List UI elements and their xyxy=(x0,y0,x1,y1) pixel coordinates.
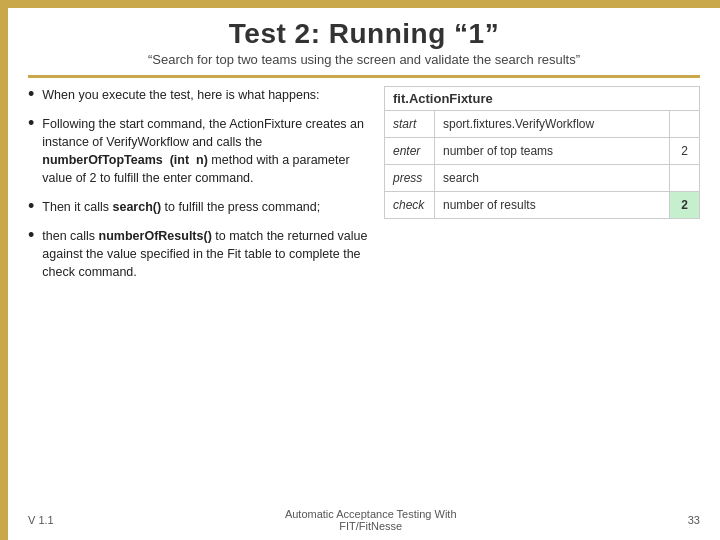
table-row: press search xyxy=(385,165,700,192)
footer-version: V 1.1 xyxy=(28,514,54,526)
footer-page: 33 xyxy=(688,514,700,526)
val-press xyxy=(670,165,700,192)
fit-table: fit.ActionFixture start sport.fixtures.V… xyxy=(384,86,700,219)
bullet-4: • then calls numberOfResults() to match … xyxy=(28,227,368,281)
cmd-check: check xyxy=(385,192,435,219)
slide-title: Test 2: Running “1” xyxy=(28,18,700,50)
desc-check: number of results xyxy=(435,192,670,219)
right-column: fit.ActionFixture start sport.fixtures.V… xyxy=(384,86,700,291)
bullet-dot-1: • xyxy=(28,84,34,105)
val-start xyxy=(670,111,700,138)
cmd-press: press xyxy=(385,165,435,192)
table-row: check number of results 2 xyxy=(385,192,700,219)
cmd-start: start xyxy=(385,111,435,138)
bullet-3: • Then it calls search() to fulfill the … xyxy=(28,198,368,217)
footer: V 1.1 Automatic Acceptance Testing With … xyxy=(8,508,720,532)
bullet-text-4: then calls numberOfResults() to match th… xyxy=(42,227,368,281)
left-accent-bar xyxy=(0,0,8,540)
table-header-cell: fit.ActionFixture xyxy=(385,87,700,111)
bold-method-2: search() xyxy=(112,200,161,214)
bold-method-1: numberOfTopTeams (int n) xyxy=(42,153,208,167)
footer-center-line2: FIT/FitNesse xyxy=(285,520,457,532)
content-area: • When you execute the test, here is wha… xyxy=(28,86,700,291)
desc-enter: number of top teams xyxy=(435,138,670,165)
bullet-dot-3: • xyxy=(28,196,34,217)
footer-center-line1: Automatic Acceptance Testing With xyxy=(285,508,457,520)
footer-center: Automatic Acceptance Testing With FIT/Fi… xyxy=(285,508,457,532)
table-header-row: fit.ActionFixture xyxy=(385,87,700,111)
main-content: Test 2: Running “1” “Search for top two … xyxy=(8,8,720,540)
val-enter: 2 xyxy=(670,138,700,165)
left-column: • When you execute the test, here is wha… xyxy=(28,86,368,291)
bullet-text-1: When you execute the test, here is what … xyxy=(42,86,319,104)
top-accent-bar xyxy=(0,0,720,8)
bullet-text-2: Following the start command, the ActionF… xyxy=(42,115,368,188)
bullet-text-3: Then it calls search() to fulfill the pr… xyxy=(42,198,320,216)
bullet-2: • Following the start command, the Actio… xyxy=(28,115,368,188)
desc-press: search xyxy=(435,165,670,192)
val-check: 2 xyxy=(670,192,700,219)
desc-start: sport.fixtures.VerifyWorkflow xyxy=(435,111,670,138)
bullet-dot-4: • xyxy=(28,225,34,246)
table-row: start sport.fixtures.VerifyWorkflow xyxy=(385,111,700,138)
bold-method-3: numberOfResults() xyxy=(99,229,212,243)
title-section: Test 2: Running “1” “Search for top two … xyxy=(28,18,700,67)
bullet-dot-2: • xyxy=(28,113,34,134)
bullet-1: • When you execute the test, here is wha… xyxy=(28,86,368,105)
cmd-enter: enter xyxy=(385,138,435,165)
slide-subtitle: “Search for top two teams using the scre… xyxy=(28,52,700,67)
table-row: enter number of top teams 2 xyxy=(385,138,700,165)
title-divider xyxy=(28,75,700,78)
